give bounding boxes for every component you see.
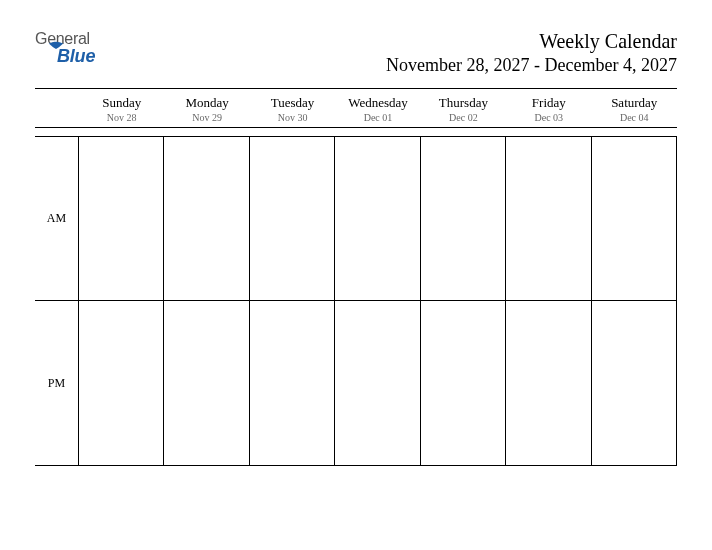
cell	[335, 301, 420, 466]
page-title: Weekly Calendar	[386, 30, 677, 53]
cell	[164, 301, 249, 466]
period-label-pm: PM	[35, 301, 79, 466]
cell	[250, 136, 335, 301]
period-label-am: AM	[35, 136, 79, 301]
day-date: Dec 01	[335, 112, 420, 123]
cell	[506, 136, 591, 301]
day-date: Nov 29	[164, 112, 249, 123]
calendar-grid: AM PM	[35, 136, 677, 466]
day-name: Sunday	[79, 95, 164, 111]
day-header: Sunday Nov 28	[79, 95, 164, 123]
day-name: Tuesday	[250, 95, 335, 111]
date-range: November 28, 2027 - December 4, 2027	[386, 55, 677, 76]
day-header: Monday Nov 29	[164, 95, 249, 123]
day-date: Dec 03	[506, 112, 591, 123]
day-header: Tuesday Nov 30	[250, 95, 335, 123]
title-block: Weekly Calendar November 28, 2027 - Dece…	[386, 30, 677, 76]
logo-swoosh-icon	[47, 40, 65, 58]
cell	[335, 136, 420, 301]
cell	[506, 301, 591, 466]
day-name: Friday	[506, 95, 591, 111]
day-name: Monday	[164, 95, 249, 111]
day-date: Nov 28	[79, 112, 164, 123]
divider-top	[35, 88, 677, 89]
logo: General Blue	[35, 30, 95, 67]
cell	[592, 136, 677, 301]
day-name: Saturday	[592, 95, 677, 111]
period-col-spacer	[35, 95, 79, 123]
cell	[164, 136, 249, 301]
cell	[250, 301, 335, 466]
cell	[79, 136, 164, 301]
day-header: Thursday Dec 02	[421, 95, 506, 123]
cell	[592, 301, 677, 466]
cell	[421, 136, 506, 301]
day-header: Saturday Dec 04	[592, 95, 677, 123]
day-date: Nov 30	[250, 112, 335, 123]
day-name: Wednesday	[335, 95, 420, 111]
divider-mid	[35, 127, 677, 128]
cell	[79, 301, 164, 466]
grid-row-pm: PM	[35, 301, 677, 466]
day-headers-row: Sunday Nov 28 Monday Nov 29 Tuesday Nov …	[35, 95, 677, 123]
calendar: Sunday Nov 28 Monday Nov 29 Tuesday Nov …	[35, 95, 677, 466]
day-header: Wednesday Dec 01	[335, 95, 420, 123]
grid-row-am: AM	[35, 136, 677, 301]
day-date: Dec 02	[421, 112, 506, 123]
header: General Blue Weekly Calendar November 28…	[35, 30, 677, 76]
cell	[421, 301, 506, 466]
day-name: Thursday	[421, 95, 506, 111]
day-date: Dec 04	[592, 112, 677, 123]
day-header: Friday Dec 03	[506, 95, 591, 123]
